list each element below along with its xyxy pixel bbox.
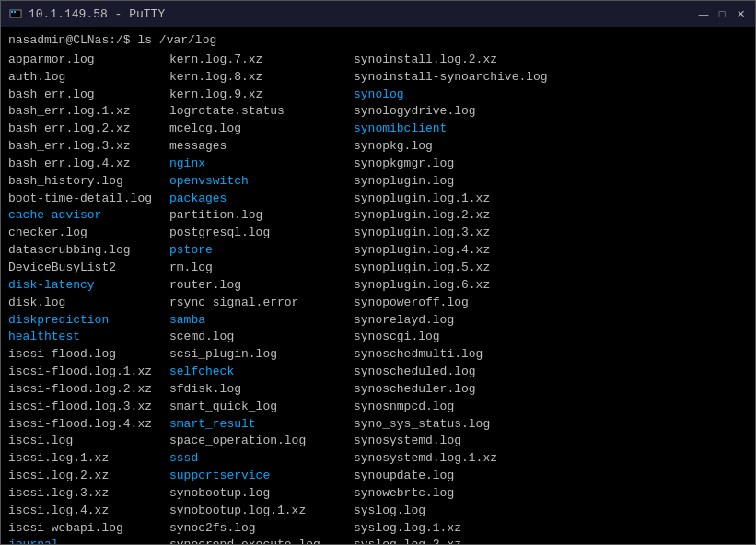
- file-item: iscsi-flood.log.1.xz: [8, 364, 169, 381]
- file-item: synosystemd.log: [354, 433, 556, 450]
- file-item: sfdisk.log: [169, 381, 354, 399]
- file-item: journal: [8, 537, 169, 544]
- file-item: synoplugin.log.5.xz: [354, 260, 556, 277]
- prompt-line: nasadmin@CLNas:/$ ls /var/log: [8, 32, 748, 50]
- file-item: partition.log: [169, 207, 354, 225]
- file-grid: apparmor.logauth.logbash_err.logbash_err…: [8, 52, 748, 544]
- file-item: synomibclient: [354, 121, 556, 138]
- file-item: synosystemd.log.1.xz: [354, 450, 556, 468]
- terminal-body[interactable]: nasadmin@CLNas:/$ ls /var/log apparmor.l…: [1, 27, 755, 544]
- file-item: smart_quick_log: [169, 399, 354, 416]
- file-item: synolog: [354, 87, 556, 104]
- file-item: checker.log: [8, 225, 169, 242]
- file-item: synobootup.log: [169, 485, 354, 503]
- file-item: synowebrtc.log: [354, 485, 556, 503]
- file-item: synosnmpcd.log: [354, 399, 556, 416]
- file-item: logrotate.status: [169, 103, 354, 121]
- file-item: syslog.log.2.xz: [354, 537, 556, 544]
- minimize-button[interactable]: —: [696, 7, 711, 20]
- file-item: scemd.log: [169, 329, 354, 346]
- file-item: nginx: [169, 156, 354, 173]
- file-item: iscsi.log.1.xz: [8, 450, 169, 468]
- file-item: synoinstall.log.2.xz: [354, 52, 556, 69]
- file-item: disk-latency: [8, 277, 169, 295]
- file-item: sssd: [169, 450, 354, 468]
- svg-rect-3: [14, 11, 16, 13]
- svg-rect-2: [11, 11, 13, 13]
- close-button[interactable]: ✕: [733, 7, 748, 20]
- putty-window: 10.1.149.58 - PuTTY — □ ✕ nasadmin@CLNas…: [0, 0, 756, 545]
- file-column-1: kern.log.7.xzkern.log.8.xzkern.log.9.xzl…: [169, 52, 354, 544]
- file-item: space_operation.log: [169, 433, 354, 450]
- file-item: iscsi-flood.log.3.xz: [8, 399, 169, 416]
- file-item: synoscgi.log: [354, 329, 556, 346]
- file-item: cache-advisor: [8, 207, 169, 225]
- file-item: auth.log: [8, 69, 169, 87]
- file-item: syno_sys_status.log: [354, 416, 556, 434]
- file-item: synoschedmulti.log: [354, 346, 556, 364]
- maximize-button[interactable]: □: [715, 7, 729, 20]
- file-column-2: synoinstall.log.2.xzsynoinstall-synoarch…: [354, 52, 556, 544]
- file-item: selfcheck: [169, 364, 354, 381]
- file-item: synoplugin.log.3.xz: [354, 225, 556, 242]
- file-item: iscsi-flood.log.4.xz: [8, 416, 169, 434]
- prompt-text: nasadmin@CLNas:/$ ls /var/log: [8, 33, 216, 47]
- file-item: synoplugin.log.1.xz: [354, 191, 556, 208]
- file-item: synopkg.log: [354, 138, 556, 156]
- file-item: iscsi.log.2.xz: [8, 468, 169, 485]
- file-item: smart_result: [169, 416, 354, 434]
- file-item: kern.log.7.xz: [169, 52, 354, 69]
- file-item: diskprediction: [8, 312, 169, 330]
- file-item: synobootup.log.1.xz: [169, 503, 354, 520]
- file-item: router.log: [169, 277, 354, 295]
- file-item: postgresql.log: [169, 225, 354, 242]
- file-item: disk.log: [8, 295, 169, 312]
- file-item: bash_err.log.2.xz: [8, 121, 169, 138]
- file-item: DeviceBusyList2: [8, 260, 169, 277]
- file-item: iscsi-webapi.log: [8, 520, 169, 538]
- file-item: rsync_signal.error: [169, 295, 354, 312]
- file-item: synoinstall-synoarchive.log: [354, 69, 556, 87]
- file-item: bash_err.log: [8, 87, 169, 104]
- title-bar: 10.1.149.58 - PuTTY — □ ✕: [1, 1, 755, 27]
- file-item: kern.log.9.xz: [169, 87, 354, 104]
- file-item: synologydrive.log: [354, 103, 556, 121]
- file-item: bash_err.log.4.xz: [8, 156, 169, 173]
- file-item: pstore: [169, 242, 354, 260]
- file-item: supportservice: [169, 468, 354, 485]
- file-item: mcelog.log: [169, 121, 354, 138]
- file-item: healthtest: [8, 329, 169, 346]
- file-item: iscsi-flood.log.2.xz: [8, 381, 169, 399]
- file-item: synoupdate.log: [354, 468, 556, 485]
- file-item: openvswitch: [169, 173, 354, 191]
- file-item: synorelayd.log: [354, 312, 556, 330]
- putty-icon: [8, 6, 23, 21]
- file-item: synoscheduler.log: [354, 381, 556, 399]
- file-item: bash_err.log.3.xz: [8, 138, 169, 156]
- file-item: iscsi.log.4.xz: [8, 503, 169, 520]
- file-item: iscsi.log.3.xz: [8, 485, 169, 503]
- file-column-0: apparmor.logauth.logbash_err.logbash_err…: [8, 52, 169, 544]
- window-title: 10.1.149.58 - PuTTY: [29, 7, 165, 21]
- file-item: syslog.log: [354, 503, 556, 520]
- file-item: samba: [169, 312, 354, 330]
- file-item: messages: [169, 138, 354, 156]
- file-item: synoscheduled.log: [354, 364, 556, 381]
- file-item: synoplugin.log.2.xz: [354, 207, 556, 225]
- window-controls: — □ ✕: [696, 7, 748, 20]
- file-item: apparmor.log: [8, 52, 169, 69]
- file-item: synocrond-execute.log: [169, 537, 354, 544]
- file-item: iscsi.log: [8, 433, 169, 450]
- file-item: bash_history.log: [8, 173, 169, 191]
- file-item: boot-time-detail.log: [8, 191, 169, 208]
- file-item: synoplugin.log.6.xz: [354, 277, 556, 295]
- file-item: datascrubbing.log: [8, 242, 169, 260]
- file-item: iscsi-flood.log: [8, 346, 169, 364]
- file-item: rm.log: [169, 260, 354, 277]
- title-bar-left: 10.1.149.58 - PuTTY: [8, 6, 165, 21]
- file-item: synoplugin.log.4.xz: [354, 242, 556, 260]
- file-item: scsi_plugin.log: [169, 346, 354, 364]
- file-item: bash_err.log.1.xz: [8, 103, 169, 121]
- file-item: synoplugin.log: [354, 173, 556, 191]
- file-item: synoc2fs.log: [169, 520, 354, 538]
